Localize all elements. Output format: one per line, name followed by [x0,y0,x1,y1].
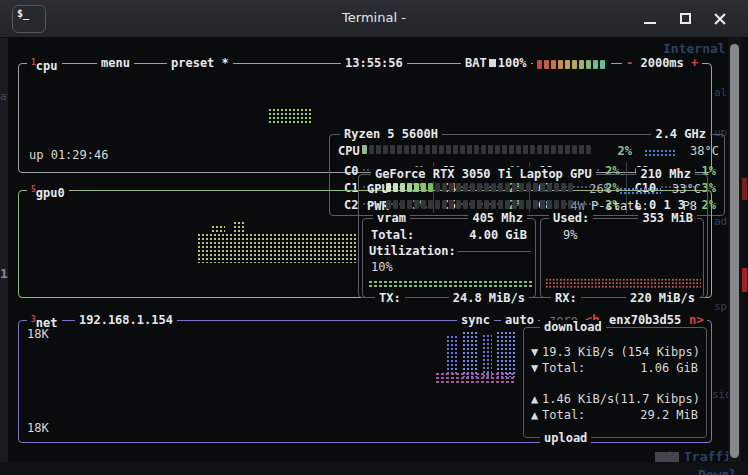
meter-block [481,145,486,154]
meter-block [544,60,549,69]
meter-block [435,183,440,192]
net-info-panel: download ▼ 19.3 KiB/s (154 Kibps) ▼ Tota… [523,327,707,438]
meter-block [463,200,468,209]
meter-block [449,183,454,192]
vram-box: vram 405 Mhz Total: 4.00 GiB Utilization… [362,218,536,298]
uptime: up 01:29:46 [29,148,108,162]
scrollbar-thumb[interactable] [730,44,739,458]
menu-button[interactable]: menu [97,56,134,70]
meter-block [519,183,524,192]
meter-block [533,183,538,192]
cpu-temp-graph [644,149,676,156]
window-title: Terminal - [0,10,748,25]
meter-block [516,145,521,154]
meter-block [446,145,451,154]
download-speed-bits: (154 Kibps) [621,345,700,359]
meter-block [498,200,503,209]
tab-gpu0[interactable]: 5gpu0 [27,183,69,200]
battery-percent: 100% [498,56,527,70]
net-download-graph [482,334,492,377]
meter-block [526,200,531,209]
meter-block [537,60,542,69]
meter-block [554,183,559,192]
close-button[interactable] [710,10,730,28]
meter-block [533,200,538,209]
tab-cpu[interactable]: 1cpu [27,56,62,73]
meter-block [442,183,447,192]
meter-block [393,200,398,209]
meter-block [498,183,503,192]
used-value: 353 MiB [638,211,697,225]
minimize-button[interactable] [640,10,660,28]
desktop-right-strip [741,38,748,462]
net-ip-address: 192.168.1.154 [75,313,177,327]
meter-block [477,200,482,209]
download-arrow-icon: ▼ [531,345,538,359]
net-download-graph [446,335,458,375]
vram-total-value: 4.00 GiB [469,228,527,242]
core-label: C0 [344,164,358,178]
meter-block [453,145,458,154]
meter-block [418,145,423,154]
upload-arrow-icon: ▲ [531,408,538,422]
upload-speed: 1.46 KiB/s [542,392,614,406]
meter-block [502,145,507,154]
background-window-fragment [655,452,679,462]
meter-block [477,183,482,192]
tx-value: 24.8 MiB/s [449,291,529,305]
download-total: 1.06 GiB [640,361,698,375]
meter-block [439,145,444,154]
cpu-box: 1cpu menu preset * 13:55:56 BAT100% - 20… [18,63,712,173]
rx-value: 220 MiB/s [626,291,699,305]
interval-increase-button[interactable]: + [691,56,698,70]
meter-block [558,60,563,69]
maximize-icon [680,13,691,24]
interval-value: 2000ms [640,56,683,70]
meter-block [540,183,545,192]
upload-title: upload [540,431,591,445]
preset-label: preset * [171,56,229,70]
maximize-button[interactable] [676,10,696,28]
iface-next-button[interactable]: n> [685,313,707,327]
auto-button[interactable]: auto [501,313,538,327]
sync-button[interactable]: sync [457,313,494,327]
meter-block [407,200,412,209]
meter-block [407,183,412,192]
vram-frequency: 405 Mhz [468,211,527,225]
upload-arrow-icon: ▲ [531,392,538,406]
battery-meter [533,58,611,72]
rx-graph [545,278,701,289]
meter-block [579,60,584,69]
meter-block [523,145,528,154]
cpu-tab-label: cpu [36,59,58,73]
background-text-fragment: sp [714,300,727,313]
meter-block [600,60,605,69]
meter-block [386,183,391,192]
utilization-percent: 10% [371,260,393,274]
meter-block [586,145,591,154]
meter-block [467,145,472,154]
meter-block [579,145,584,154]
cpu-usage-graph [268,108,312,123]
interval-decrease-button[interactable]: - [626,56,633,70]
gpu-frequency: 210 Mhz [636,167,695,181]
preset-button[interactable]: preset * [167,56,233,70]
gpu-util-percent: 26% [581,182,611,196]
meter-block [386,200,391,209]
meter-block [411,145,416,154]
meter-block [565,60,570,69]
meter-block [449,200,454,209]
utilization-divider: Utilization: [369,244,531,258]
meter-block [474,145,479,154]
meter-block [512,183,517,192]
gpu-usage-graph-spike [211,225,225,233]
meter-block [505,200,510,209]
meter-block [568,183,573,192]
used-percent: 9% [563,228,577,242]
meter-block [526,183,531,192]
meter-block [376,145,381,154]
meter-block [456,200,461,209]
cpu-temp: 38°C [675,144,719,158]
meter-block [495,145,500,154]
meter-block [421,200,426,209]
